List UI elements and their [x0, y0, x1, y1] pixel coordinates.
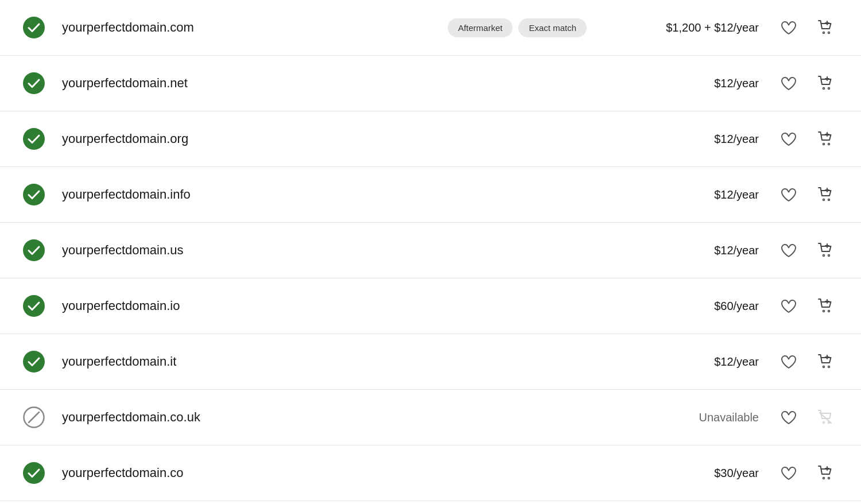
add-to-cart-button[interactable]	[813, 238, 838, 263]
svg-point-21	[823, 255, 825, 257]
svg-point-17	[828, 199, 830, 201]
domain-name: yourperfectdomain.info	[51, 187, 610, 202]
table-row: yourperfectdomain.co.ukUnavailable	[0, 390, 861, 445]
table-row: yourperfectdomain.info$12/year	[0, 167, 861, 223]
available-icon	[23, 351, 51, 373]
wishlist-button[interactable]	[776, 405, 801, 430]
svg-point-10	[23, 128, 45, 150]
domain-price: $12/year	[610, 188, 759, 201]
svg-point-15	[23, 184, 45, 206]
domain-price: $1,200 + $12/year	[610, 21, 759, 34]
wishlist-button[interactable]	[776, 15, 801, 40]
table-row: yourperfectdomain.it$12/year	[0, 334, 861, 390]
add-to-cart-button[interactable]	[813, 15, 838, 40]
svg-point-41	[823, 478, 825, 479]
wishlist-button[interactable]	[776, 182, 801, 207]
svg-point-11	[823, 144, 825, 145]
domain-name: yourperfectdomain.com	[51, 20, 448, 35]
svg-point-7	[828, 88, 830, 90]
domain-price: $12/year	[610, 244, 759, 257]
unavailable-icon	[23, 406, 51, 428]
table-row: yourperfectdomain.comAftermarketExact ma…	[0, 0, 861, 56]
domain-list: yourperfectdomain.comAftermarketExact ma…	[0, 0, 861, 504]
svg-point-32	[828, 366, 830, 368]
domain-badge: Aftermarket	[448, 18, 513, 37]
domain-name: yourperfectdomain.net	[51, 76, 610, 91]
svg-point-12	[828, 144, 830, 145]
add-to-cart-button[interactable]	[813, 293, 838, 319]
svg-point-30	[23, 351, 45, 373]
svg-point-42	[828, 478, 830, 479]
svg-point-2	[828, 32, 830, 34]
table-row: yourperfectdomain.org$12/year	[0, 111, 861, 167]
table-row: yourperfectdomain.io$60/year	[0, 278, 861, 334]
domain-price: $60/year	[610, 300, 759, 313]
svg-point-5	[23, 72, 45, 94]
domain-price: $12/year	[610, 77, 759, 90]
svg-point-16	[823, 199, 825, 201]
domain-name: yourperfectdomain.it	[51, 354, 610, 369]
domain-price: $30/year	[610, 467, 759, 480]
available-icon	[23, 239, 51, 261]
available-icon	[23, 462, 51, 484]
table-row: yourperfectdomain.co$30/year	[0, 445, 861, 501]
domain-name: yourperfectdomain.io	[51, 298, 610, 313]
add-to-cart-button[interactable]	[813, 460, 838, 486]
svg-point-0	[23, 17, 45, 38]
svg-point-1	[823, 32, 825, 34]
svg-point-37	[823, 422, 825, 424]
domain-price: $12/year	[610, 133, 759, 146]
svg-point-26	[823, 311, 825, 312]
wishlist-button[interactable]	[776, 349, 801, 374]
svg-point-40	[23, 462, 45, 484]
domain-badge: Exact match	[518, 18, 587, 37]
svg-point-22	[828, 255, 830, 257]
svg-point-31	[823, 366, 825, 368]
svg-point-25	[23, 295, 45, 317]
available-icon	[23, 17, 51, 38]
domain-name: yourperfectdomain.co	[51, 466, 610, 480]
wishlist-button[interactable]	[776, 293, 801, 319]
domain-price: Unavailable	[610, 411, 759, 424]
add-to-cart-button	[813, 405, 838, 430]
domain-name: yourperfectdomain.org	[51, 131, 610, 146]
add-to-cart-button[interactable]	[813, 126, 838, 152]
domain-name: yourperfectdomain.us	[51, 243, 610, 258]
add-to-cart-button[interactable]	[813, 182, 838, 207]
svg-line-36	[29, 412, 39, 422]
domain-name: yourperfectdomain.co.uk	[51, 410, 610, 425]
domain-price: $12/year	[610, 355, 759, 369]
wishlist-button[interactable]	[776, 460, 801, 486]
wishlist-button[interactable]	[776, 238, 801, 263]
svg-point-20	[23, 239, 45, 261]
table-row: yourperfectdomain.net$12/year	[0, 56, 861, 111]
svg-point-6	[823, 88, 825, 90]
wishlist-button[interactable]	[776, 126, 801, 152]
available-icon	[23, 128, 51, 150]
available-icon	[23, 72, 51, 94]
wishlist-button[interactable]	[776, 71, 801, 96]
add-to-cart-button[interactable]	[813, 71, 838, 96]
available-icon	[23, 184, 51, 206]
table-row: yourperfectdomain.us$12/year	[0, 223, 861, 278]
add-to-cart-button[interactable]	[813, 349, 838, 374]
available-icon	[23, 295, 51, 317]
svg-point-27	[828, 311, 830, 312]
